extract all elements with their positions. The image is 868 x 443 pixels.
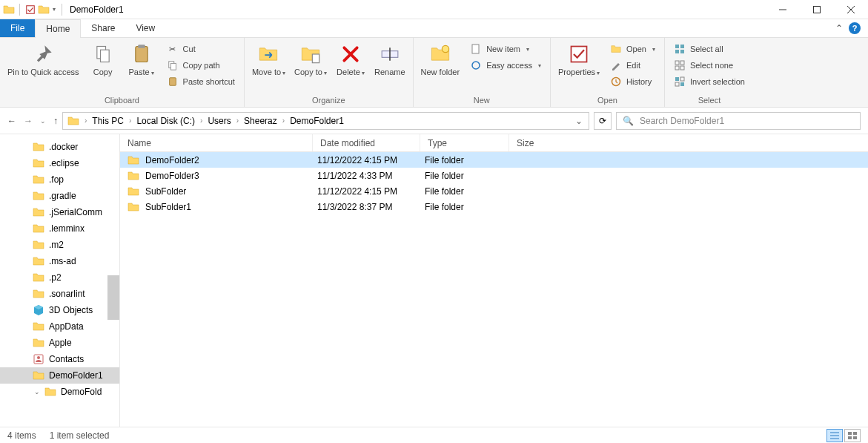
copy-path-button[interactable]: Copy path [162,57,239,73]
tree-item[interactable]: ⌄DemoFold [0,384,119,400]
file-date: 11/12/2022 4:15 PM [317,186,425,197]
delete-button[interactable]: Delete▾ [333,41,368,79]
column-header-type[interactable]: Type [420,134,509,151]
svg-rect-22 [675,50,679,53]
chevron-right-icon[interactable]: › [234,117,241,125]
qat-dropdown-icon[interactable]: ▾ [51,6,57,13]
select-none-button[interactable]: Select none [669,57,749,73]
tab-view[interactable]: View [125,19,165,37]
help-icon[interactable]: ? [849,22,861,34]
column-header-date[interactable]: Date modified [313,134,420,151]
paste-shortcut-icon [167,76,179,88]
search-icon: 🔍 [623,116,634,126]
edit-button[interactable]: Edit [606,57,660,73]
back-button[interactable]: ← [7,116,16,126]
copy-button[interactable]: Copy [85,41,121,79]
tree-item[interactable]: AppData [0,318,119,335]
chevron-right-icon[interactable]: › [82,117,89,125]
tree-item[interactable]: 3D Objects [0,302,119,318]
window-title: DemoFolder1 [70,4,124,15]
invert-selection-button[interactable]: Invert selection [669,73,749,90]
folder-icon [33,337,44,349]
tree-item[interactable]: Contacts [0,351,119,367]
tab-share[interactable]: Share [81,19,125,37]
tree-item-label: Apple [49,338,72,348]
file-row[interactable]: SubFolder11/12/2022 4:15 PMFile folder [120,183,868,199]
app-icon [3,4,15,16]
select-all-button[interactable]: Select all [669,41,749,57]
tree-item[interactable]: .lemminx [0,220,119,237]
paste-button[interactable]: Paste▾ [124,41,159,79]
select-none-icon [674,59,686,71]
paste-shortcut-button[interactable]: Paste shortcut [162,73,239,90]
tree-item[interactable]: .p2 [0,269,119,286]
new-item-button[interactable]: New item▾ [466,41,546,57]
column-header-size[interactable]: Size [509,134,569,151]
edit-icon [610,59,622,71]
refresh-button[interactable]: ⟳ [594,112,612,130]
close-button[interactable] [834,0,868,19]
copy-to-button[interactable]: Copy to▾ [291,41,330,79]
expand-icon[interactable]: ⌄ [34,388,40,396]
rename-button[interactable]: Rename [371,41,408,79]
chevron-right-icon[interactable]: › [198,117,205,125]
open-button[interactable]: Open▾ [606,41,660,57]
tree-item[interactable]: .m2 [0,237,119,253]
file-list: DemoFolder211/12/2022 4:15 PMFile folder… [120,152,868,427]
svg-point-17 [472,62,480,69]
properties-button[interactable]: Properties▾ [555,41,603,79]
tab-file[interactable]: File [0,19,35,37]
breadcrumb-item[interactable]: Sheeraz [241,116,280,126]
forward-button[interactable]: → [24,116,33,126]
recent-locations-button[interactable]: ⌄ [40,117,46,125]
collapse-ribbon-icon[interactable]: ⌃ [835,23,843,33]
tree-item[interactable]: .docker [0,139,119,155]
breadcrumb-item[interactable]: Users [205,116,233,126]
breadcrumb-item[interactable]: This PC [89,116,127,126]
address-bar[interactable]: › This PC › Local Disk (C:) › Users › Sh… [62,112,589,130]
tree-item[interactable]: DemoFolder1 [0,367,119,384]
large-icons-view-button[interactable] [844,429,861,442]
file-row[interactable]: DemoFolder311/1/2022 4:33 PMFile folder [120,168,868,183]
tree-item[interactable]: .sonarlint [0,286,119,302]
folder-icon [33,239,44,251]
new-item-icon [470,43,482,55]
tree-item-label: .docker [49,142,78,152]
up-button[interactable]: ↑ [53,116,58,126]
ribbon: Pin to Quick access Copy Paste▾ ✂Cut Cop… [0,38,868,108]
folder-icon [33,206,44,218]
pin-quick-access-button[interactable]: Pin to Quick access [4,41,82,79]
chevron-right-icon[interactable]: › [127,117,133,125]
tree-item[interactable]: .eclipse [0,155,119,171]
ribbon-group-clipboard: Pin to Quick access Copy Paste▾ ✂Cut Cop… [0,38,245,107]
folder-icon [44,386,56,398]
folder-qat-icon[interactable] [38,4,50,16]
column-header-name[interactable]: Name [120,134,313,151]
search-input[interactable]: 🔍 Search DemoFolder1 [616,112,861,130]
search-placeholder: Search DemoFolder1 [640,116,724,126]
details-view-button[interactable] [826,429,843,442]
cut-button[interactable]: ✂Cut [162,41,239,57]
file-row[interactable]: SubFolder111/3/2022 8:37 PMFile folder [120,199,868,214]
tree-item[interactable]: .jSerialComm [0,204,119,220]
file-row[interactable]: DemoFolder211/12/2022 4:15 PMFile folder [120,152,868,168]
folder-icon [33,304,44,316]
scrollbar-thumb[interactable] [107,275,119,320]
properties-qat-icon[interactable] [24,4,36,16]
breadcrumb-item[interactable]: Local Disk (C:) [133,116,198,126]
new-folder-button[interactable]: New folder [418,41,463,79]
address-dropdown-icon[interactable]: ⌄ [571,116,587,126]
tree-item[interactable]: .gradle [0,188,119,204]
minimize-button[interactable] [766,0,800,19]
svg-rect-29 [680,77,684,81]
tab-home[interactable]: Home [35,19,81,38]
tree-item[interactable]: .ms-ad [0,253,119,269]
tree-item[interactable]: Apple [0,335,119,351]
breadcrumb-item[interactable]: DemoFolder1 [287,116,347,126]
chevron-right-icon[interactable]: › [280,117,287,125]
easy-access-button[interactable]: Easy access▾ [466,57,546,73]
tree-item[interactable]: .fop [0,171,119,188]
move-to-button[interactable]: Move to▾ [249,41,288,79]
history-button[interactable]: History [606,73,660,90]
maximize-button[interactable] [800,0,834,19]
